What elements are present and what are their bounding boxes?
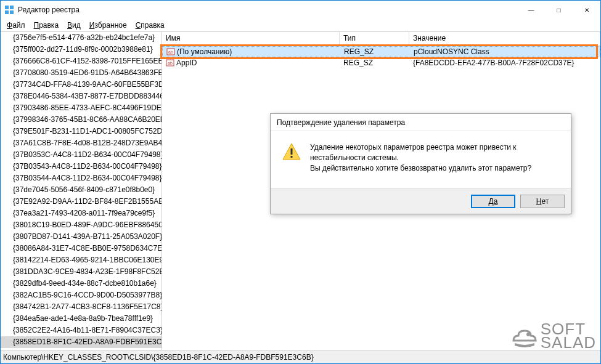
tree-item[interactable]: {37B03544-A4C8-11D2-B634-00C04F79498} (1, 172, 161, 184)
menubar: Файл Правка Вид Избранное Справка (1, 19, 600, 31)
tree-item[interactable]: {376666C8-61CF-4152-8398-7015FFE165EE} (1, 55, 161, 67)
app-icon (4, 5, 14, 15)
tree-item[interactable]: {37de7045-5056-456f-8409-c871e0f8b0e0} (1, 184, 161, 196)
tree-item[interactable]: {37ea3a21-7493-4208-a011-7f9ea79ce9f5} (1, 208, 161, 219)
tree-item[interactable]: {37903486-85EE-4733-AEFC-8C4496F19DE4} (1, 102, 161, 114)
tree-item[interactable]: {37B03543-A4C8-11D2-B634-00C04F79498} (1, 161, 161, 172)
cell-value: {FA8EDCDD-EFA2-477B-B00A-7F28F02CD37E} (409, 59, 600, 67)
yes-button[interactable]: Да (471, 195, 515, 208)
svg-rect-1 (10, 6, 14, 9)
cell-type: REG_SZ (340, 47, 410, 56)
menu-view[interactable]: Вид (63, 20, 84, 31)
dialog-button-row: Да Нет (271, 188, 571, 214)
cell-value: pCloudNOSYNC Class (410, 47, 600, 56)
menu-favorites[interactable]: Избранное (86, 20, 131, 31)
svg-rect-10 (291, 156, 293, 158)
svg-rect-0 (5, 6, 9, 9)
tree-item[interactable]: {378E0446-5384-43B7-8877-E7DBDD883446} (1, 91, 161, 102)
tree-item[interactable]: {3852C2E2-4A16-4b11-8E71-F8904C37EC3} (1, 325, 161, 336)
cell-name: abAppID (162, 59, 340, 67)
tree-item[interactable]: {38018C19-B0ED-489F-A9DC-96EBF8864503} (1, 219, 161, 231)
window-controls: — □ ✕ (517, 1, 600, 19)
header-value[interactable]: Значение (409, 32, 600, 46)
close-button[interactable]: ✕ (573, 1, 600, 19)
tree-item[interactable]: {379E501F-B231-11D1-ADC1-00805FC752D0} (1, 126, 161, 137)
header-type[interactable]: Тип (340, 32, 409, 46)
maximize-button[interactable]: □ (545, 1, 573, 19)
tree-item[interactable]: {37734C4D-FFA8-4139-9AAC-60FBE55BF3D0} (1, 79, 161, 91)
dialog-message: Удаление некоторых параметров реестра мо… (310, 142, 561, 173)
cell-type: REG_SZ (340, 59, 409, 67)
tree-item[interactable]: {3807BD87-D141-439A-B711-25A053A020F} (1, 231, 161, 243)
tree-item[interactable]: {3756e7f5-e514-4776-a32b-eb24bc1efe7a} (1, 32, 161, 44)
menu-help[interactable]: Справка (132, 20, 168, 31)
tree-item[interactable]: {37A61C8B-7F8E-4d08-B12B-248D73E9AB41} (1, 137, 161, 149)
dialog-line2: Вы действительно хотите безвозвратно уда… (310, 163, 561, 174)
tree-item[interactable]: {37998346-3765-45B1-8C66-AA88CA6B20EB} (1, 114, 161, 126)
list-header: Имя Тип Значение (162, 32, 600, 46)
minimize-button[interactable]: — (517, 1, 545, 19)
menu-file[interactable]: Файл (3, 20, 29, 31)
tree-item[interactable]: {3829dfb4-9eed-434e-88c7-dcbe810b1a6e} (1, 278, 161, 289)
warning-icon (282, 142, 301, 162)
dialog-title: Подтверждение удаления параметра (271, 114, 571, 131)
svg-rect-3 (10, 10, 14, 14)
tree-item[interactable]: {381DDA3C-9CE9-4834-A23E-1F98F8FC52B} (1, 266, 161, 278)
tree-item[interactable]: {382AC1B5-9C16-4CCD-9D00-D5053977B8} (1, 289, 161, 301)
tree-item[interactable]: {37B0353C-A4C8-11D2-B634-00C04F79498} (1, 149, 161, 161)
dialog-line1: Удаление некоторых параметров реестра мо… (310, 142, 561, 163)
tree-item[interactable]: {37708080-3519-4ED6-91D5-A64B643863FE} (1, 67, 161, 79)
tree-item[interactable]: {375ff002-dd27-11d9-8f9c-0002b3988e81} (1, 44, 161, 55)
tree-item[interactable]: {384742B1-2A77-4CB3-8CF8-1136F5E17C8} (1, 301, 161, 313)
tree-item[interactable]: {38142214-ED63-4965-9214-1BBC06E130E9} (1, 254, 161, 266)
no-button[interactable]: Нет (520, 195, 565, 208)
window-title: Редактор реестра (18, 6, 517, 14)
titlebar: Редактор реестра — □ ✕ (1, 1, 600, 19)
svg-text:ab: ab (168, 50, 173, 54)
list-row[interactable]: ab(По умолчанию)REG_SZpCloudNOSYNC Class (162, 46, 600, 57)
svg-rect-2 (5, 10, 9, 14)
tree-item[interactable]: {384ea5ae-ade1-4e8a-8a9b-7bea78fff1e9} (1, 313, 161, 325)
svg-text:ab: ab (168, 61, 173, 65)
status-path: Компьютер\HKEY_CLASSES_ROOT\CLSID\{3858E… (3, 353, 314, 362)
menu-edit[interactable]: Правка (30, 20, 63, 31)
statusbar: Компьютер\HKEY_CLASSES_ROOT\CLSID\{3858E… (1, 350, 600, 363)
dialog-body: Удаление некоторых параметров реестра мо… (271, 131, 571, 188)
tree-item[interactable]: {3858ED1B-8F1C-42ED-A8A9-FDBF591E3C} (1, 336, 161, 348)
svg-rect-9 (291, 148, 293, 155)
confirm-delete-dialog: Подтверждение удаления параметра Удалени… (270, 113, 571, 214)
tree-item[interactable]: {37E92A92-D9AA-11D2-BF84-8EF2B1555AE} (1, 196, 161, 208)
cell-name: ab(По умолчанию) (163, 47, 340, 56)
header-name[interactable]: Имя (162, 32, 340, 46)
tree-item[interactable]: {38086A84-31E7-4C8E-BB0E-9758D634C7E} (1, 243, 161, 254)
list-row[interactable]: abAppIDREG_SZ{FA8EDCDD-EFA2-477B-B00A-7F… (162, 57, 600, 68)
registry-tree[interactable]: {3756e7f5-e514-4776-a32b-eb24bc1efe7a}{3… (1, 32, 162, 350)
